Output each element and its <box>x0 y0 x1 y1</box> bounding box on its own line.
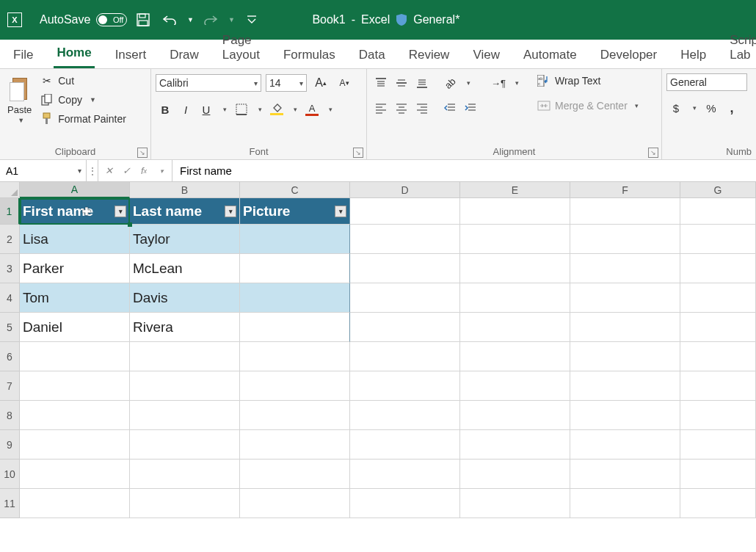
insert-function-button[interactable]: fx <box>137 164 151 178</box>
fill-handle[interactable] <box>128 222 132 227</box>
row-header-9[interactable]: 9 <box>0 430 20 460</box>
cell-C3[interactable] <box>240 254 350 283</box>
select-all-corner[interactable] <box>0 182 20 198</box>
formula-input[interactable]: First name <box>172 160 756 181</box>
cell-B6[interactable] <box>130 342 240 371</box>
row-header-11[interactable]: 11 <box>0 489 20 518</box>
filter-button[interactable]: ▾ <box>225 206 236 217</box>
align-center-button[interactable] <box>392 98 411 117</box>
cell-A1[interactable]: First name▾ <box>20 198 130 225</box>
cell-C2[interactable] <box>240 225 350 254</box>
cell-E10[interactable] <box>460 460 570 489</box>
borders-dropdown[interactable]: ▾ <box>251 100 266 119</box>
tab-draw[interactable]: Draw <box>167 42 202 68</box>
tab-script-lab[interactable]: Script Lab <box>727 27 756 68</box>
cell-A6[interactable] <box>20 342 130 371</box>
cell-B4[interactable]: Davis <box>130 283 240 313</box>
cell-E6[interactable] <box>460 342 570 371</box>
toggle-switch[interactable]: Off <box>96 13 127 26</box>
cell-E7[interactable] <box>460 371 570 401</box>
tab-data[interactable]: Data <box>356 42 388 68</box>
filter-button[interactable]: ▾ <box>335 206 346 217</box>
cell-E5[interactable] <box>460 313 570 342</box>
cut-button[interactable]: ✂ Cut <box>39 73 128 88</box>
cell-C8[interactable] <box>240 401 350 430</box>
column-header-B[interactable]: B <box>130 182 240 198</box>
cell-G6[interactable] <box>680 342 756 371</box>
row-header-4[interactable]: 4 <box>0 283 20 313</box>
redo-dropdown[interactable]: ▼ <box>227 10 236 30</box>
cell-G9[interactable] <box>680 430 756 460</box>
borders-button[interactable] <box>232 100 251 119</box>
cell-F3[interactable] <box>570 254 680 283</box>
cell-B11[interactable] <box>130 489 240 518</box>
cell-A9[interactable] <box>20 430 130 460</box>
percent-format-button[interactable]: % <box>702 98 721 117</box>
column-header-F[interactable]: F <box>570 182 680 198</box>
cell-F11[interactable] <box>570 489 680 518</box>
cell-D8[interactable] <box>350 401 460 430</box>
cell-F5[interactable] <box>570 313 680 342</box>
cell-G10[interactable] <box>680 460 756 489</box>
fill-color-button[interactable] <box>267 100 286 119</box>
cell-E9[interactable] <box>460 430 570 460</box>
row-header-3[interactable]: 3 <box>0 254 20 283</box>
cell-F4[interactable] <box>570 283 680 313</box>
tab-view[interactable]: View <box>470 42 503 68</box>
align-top-button[interactable] <box>371 73 390 92</box>
worksheet[interactable]: ABCDEFG 1First name▾Last name▾Picture▾2L… <box>0 182 756 518</box>
font-name-combo[interactable]: Calibri▾ <box>156 74 261 92</box>
font-dialog-launcher[interactable]: ↘ <box>353 148 363 158</box>
cell-B5[interactable]: Rivera <box>130 313 240 342</box>
cell-A2[interactable]: Lisa <box>20 225 130 254</box>
cell-C7[interactable] <box>240 371 350 401</box>
accounting-dropdown[interactable]: ▾ <box>686 98 700 117</box>
cell-B2[interactable]: Taylor <box>130 225 240 254</box>
paste-button[interactable]: Paste ▼ <box>4 73 34 126</box>
row-header-2[interactable]: 2 <box>0 225 20 254</box>
row-header-10[interactable]: 10 <box>0 460 20 489</box>
row-header-1[interactable]: 1 <box>0 198 20 225</box>
bold-button[interactable]: B <box>156 100 175 119</box>
filter-button[interactable]: ▾ <box>115 206 126 217</box>
cell-G2[interactable] <box>680 225 756 254</box>
cell-F10[interactable] <box>570 460 680 489</box>
alignment-dialog-launcher[interactable]: ↘ <box>648 148 658 158</box>
cell-D1[interactable] <box>350 198 460 225</box>
underline-button[interactable]: U <box>197 100 216 119</box>
increase-indent-button[interactable] <box>461 98 480 117</box>
font-size-combo[interactable]: 14▾ <box>266 74 307 92</box>
cell-E3[interactable] <box>460 254 570 283</box>
tab-home[interactable]: Home <box>54 40 94 68</box>
cell-F1[interactable] <box>570 198 680 225</box>
cell-D5[interactable] <box>350 313 460 342</box>
orientation-button[interactable]: ab <box>440 73 459 92</box>
cell-D6[interactable] <box>350 342 460 371</box>
cell-C4[interactable] <box>240 283 350 313</box>
cell-F8[interactable] <box>570 401 680 430</box>
cell-G4[interactable] <box>680 283 756 313</box>
column-header-E[interactable]: E <box>460 182 570 198</box>
cell-F2[interactable] <box>570 225 680 254</box>
undo-dropdown[interactable]: ▼ <box>186 10 195 30</box>
cell-A5[interactable]: Daniel <box>20 313 130 342</box>
cell-B9[interactable] <box>130 430 240 460</box>
cell-B1[interactable]: Last name▾ <box>130 198 240 225</box>
row-header-8[interactable]: 8 <box>0 401 20 430</box>
cell-A4[interactable]: Tom <box>20 283 130 313</box>
font-color-dropdown[interactable]: ▾ <box>321 100 336 119</box>
accounting-format-button[interactable]: $ <box>666 98 686 117</box>
cell-A7[interactable] <box>20 371 130 401</box>
cell-A10[interactable] <box>20 460 130 489</box>
column-header-A[interactable]: A <box>20 182 130 198</box>
merge-center-button[interactable]: Merge & Center ▾ <box>536 98 640 113</box>
autosave-toggle[interactable]: AutoSave Off <box>40 13 127 26</box>
italic-button[interactable]: I <box>176 100 195 119</box>
column-header-D[interactable]: D <box>350 182 460 198</box>
cell-E2[interactable] <box>460 225 570 254</box>
font-color-button[interactable]: A <box>302 100 321 119</box>
cell-G3[interactable] <box>680 254 756 283</box>
redo-button[interactable] <box>200 10 221 30</box>
cell-D11[interactable] <box>350 489 460 518</box>
save-button[interactable] <box>133 10 153 30</box>
